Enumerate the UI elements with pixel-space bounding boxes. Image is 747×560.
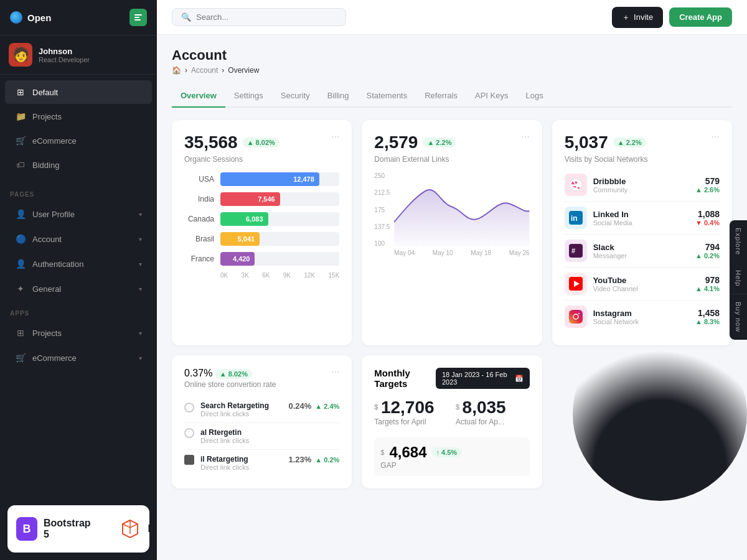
help-button[interactable]: Help xyxy=(730,263,747,294)
user-role: React Developer xyxy=(39,56,90,63)
invite-label: Invite xyxy=(634,12,653,22)
search-input[interactable] xyxy=(196,12,321,22)
social-change-badge: ▲ 2.2% xyxy=(613,138,646,147)
page-content: Account 🏠 › Account › Overview Overview … xyxy=(157,35,747,560)
sidebar-item-label: eCommerce xyxy=(32,136,77,146)
breadcrumb: 🏠 › Account › Overview xyxy=(172,66,732,75)
bootstrap-title: Bootstrap 5 xyxy=(44,518,93,540)
conv-row: al Rtergetin Direct link clicks xyxy=(184,423,339,450)
sidebar-item-label: eCommerce xyxy=(32,353,77,363)
social-item: Instagram Social Network 1,458 ▲ 8.3% xyxy=(565,301,720,333)
page-header: Account 🏠 › Account › Overview xyxy=(172,47,732,75)
monthly-targets-card: Monthly Targets 18 Jan 2023 - 16 Feb 202… xyxy=(362,355,542,488)
conversion-value: 0.37% xyxy=(184,368,212,378)
app-title: Open xyxy=(27,12,51,23)
sidebar-item-account[interactable]: 🔵 Account ▾ xyxy=(5,227,152,251)
slack-logo: # xyxy=(565,240,587,262)
tab-security[interactable]: Security xyxy=(272,85,319,108)
tab-referrals[interactable]: Referrals xyxy=(416,85,466,108)
explore-button[interactable]: Explore xyxy=(730,220,747,263)
sidebar-item-projects[interactable]: 📁 Projects xyxy=(5,105,152,128)
conv-dot xyxy=(184,428,194,438)
user-icon: 👤 xyxy=(15,208,26,220)
tab-billing[interactable]: Billing xyxy=(319,85,358,108)
conv-row: il Retargeting Direct link clicks 1.23% … xyxy=(184,450,339,476)
page-tabs: Overview Settings Security Billing State… xyxy=(172,85,732,108)
tab-settings[interactable]: Settings xyxy=(225,85,272,108)
chevron-down-icon: ▾ xyxy=(139,286,142,292)
domain-value: 2,579 xyxy=(374,133,418,152)
tab-logs[interactable]: Logs xyxy=(517,85,552,108)
sidebar-item-authentication[interactable]: 👤 Authentication ▾ xyxy=(5,252,152,276)
search-icon: 🔍 xyxy=(181,12,191,22)
card-menu-icon[interactable]: ··· xyxy=(331,131,339,164)
organic-label: Organic Sessions xyxy=(184,155,280,164)
create-app-button[interactable]: Create App xyxy=(669,7,732,27)
sidebar-item-app-projects[interactable]: ⊞ Projects ▾ xyxy=(5,321,152,345)
sidebar-item-label: General xyxy=(32,284,61,294)
monthly-actual-stat: $ 8,035 Actual for Ap... xyxy=(456,398,530,426)
domain-label: Domain External Links xyxy=(374,155,456,164)
main-content: 🔍 ＋ Invite Create App Account 🏠 › Accoun… xyxy=(157,0,747,560)
sidebar-item-app-ecommerce[interactable]: 🛒 eCommerce ▾ xyxy=(5,346,152,370)
user-name: Johnson xyxy=(39,47,90,56)
plus-icon: ＋ xyxy=(622,12,630,23)
sidebar-item-default[interactable]: ⊞ Default xyxy=(5,80,152,104)
bottom-promo-card: B Bootstrap 5 Laravel xyxy=(7,505,149,553)
organic-value: 35,568 xyxy=(184,133,238,152)
svg-rect-1 xyxy=(134,17,139,18)
sidebar-item-general[interactable]: ✦ General ▾ xyxy=(5,277,152,301)
svg-rect-2 xyxy=(134,19,141,21)
conversion-badge: ▲ 8.02% xyxy=(215,369,252,379)
card-menu-icon[interactable]: ··· xyxy=(521,131,529,164)
sidebar-item-ecommerce[interactable]: 🛒 eCommerce xyxy=(5,129,152,152)
page-title: Account xyxy=(172,47,732,63)
sidebar-item-label: Authentication xyxy=(32,259,83,269)
app-logo: Open xyxy=(10,11,51,24)
linkedin-logo: in xyxy=(565,207,587,229)
conversion-card: 0.37% ▲ 8.02% Online store convertion ra… xyxy=(172,355,352,488)
svg-rect-0 xyxy=(134,14,142,16)
card-menu-icon[interactable]: ··· xyxy=(331,366,339,378)
bar-chart: USA 12,478 India 7,546 Canada 6,083 Bras… xyxy=(184,172,339,279)
avatar: 🧑 xyxy=(9,43,32,67)
card-menu-icon[interactable]: ··· xyxy=(712,131,720,164)
buy-now-button[interactable]: Buy now xyxy=(730,294,747,340)
general-icon: ✦ xyxy=(15,283,26,294)
user-section: 🧑 Johnson React Developer xyxy=(0,35,157,75)
organic-sessions-card: 35,568 ▲ 8.02% Organic Sessions ··· USA … xyxy=(172,120,352,345)
gap-value: 4,684 xyxy=(389,444,426,461)
sidebar-item-bidding[interactable]: 🏷 Bidding xyxy=(5,153,152,177)
chevron-down-icon: ▾ xyxy=(139,261,142,268)
sidebar-item-label: Bidding xyxy=(32,161,59,170)
sidebar-item-label: Projects xyxy=(32,329,62,338)
tab-statements[interactable]: Statements xyxy=(357,85,416,108)
tag-icon: 🏷 xyxy=(15,159,26,170)
date-range-badge: 18 Jan 2023 - 16 Feb 2023 📅 xyxy=(436,368,530,389)
targets-value: 12,706 xyxy=(381,398,435,417)
sidebar-item-label: Projects xyxy=(32,112,62,121)
topbar: 🔍 ＋ Invite Create App xyxy=(157,0,747,35)
chevron-down-icon: ▾ xyxy=(139,330,142,337)
cart-icon: 🛒 xyxy=(15,352,26,363)
create-label: Create App xyxy=(679,12,722,22)
grid-icon: ⊞ xyxy=(15,86,26,98)
tab-api-keys[interactable]: API Keys xyxy=(466,85,517,108)
apps-section-label: APPS xyxy=(0,301,157,320)
svg-text:in: in xyxy=(571,214,578,223)
chevron-down-icon: ▾ xyxy=(139,355,142,362)
sidebar-item-user-profile[interactable]: 👤 User Profile ▾ xyxy=(5,202,152,226)
conversion-rows: Search Retargeting Direct link clicks 0.… xyxy=(184,396,339,476)
social-item: # Slack Messanger 794 ▲ 0.2% xyxy=(565,235,720,268)
conv-dot xyxy=(184,403,194,413)
domain-links-card: 2,579 ▲ 2.2% Domain External Links ··· 2… xyxy=(362,120,542,345)
invite-button[interactable]: ＋ Invite xyxy=(612,7,663,28)
search-box: 🔍 xyxy=(172,8,346,26)
home-icon[interactable]: 🏠 xyxy=(172,66,181,75)
social-label: Visits by Social Networks xyxy=(565,155,648,164)
bottom-grid: 0.37% ▲ 8.02% Online store convertion ra… xyxy=(172,355,732,488)
sidebar-icon-button[interactable] xyxy=(129,9,147,26)
svg-text:#: # xyxy=(571,247,575,254)
breadcrumb-account[interactable]: Account xyxy=(191,66,218,75)
tab-overview[interactable]: Overview xyxy=(172,85,225,108)
